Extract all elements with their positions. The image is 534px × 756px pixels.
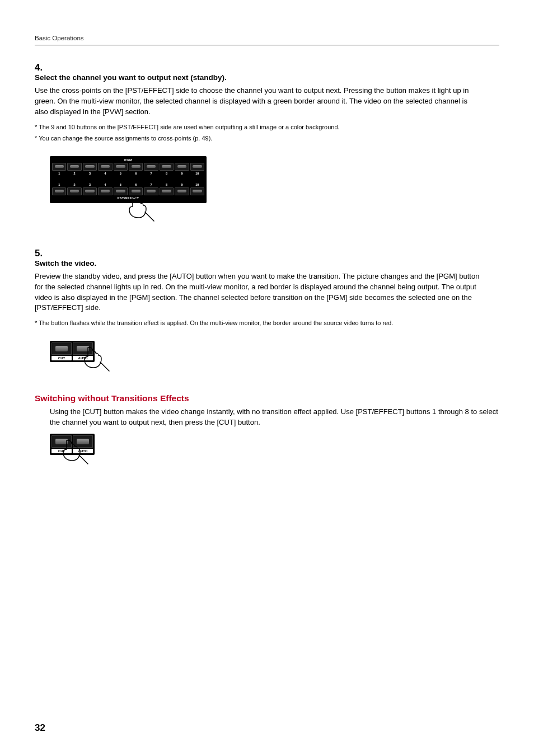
cut-auto-illustration-auto: CUT AUTO <box>50 341 499 380</box>
hand-pointer-icon <box>78 343 111 377</box>
pst-number-row: 12345678910 <box>52 183 204 186</box>
step-5-title: Switch the video. <box>35 259 483 267</box>
header-rule <box>35 45 499 45</box>
hand-pointer-icon <box>123 193 156 227</box>
pgm-number-row: 12345678910 <box>52 172 204 175</box>
step-4-title: Select the channel you want to output ne… <box>35 73 483 82</box>
step-5: 5. Switch the video. Preview the standby… <box>35 248 499 330</box>
step-4-note-1: The 9 and 10 buttons on the [PST/EFFECT]… <box>35 122 483 133</box>
pgm-button-row <box>52 163 204 171</box>
step-4-body: Use the cross-points on the [PST/EFFECT]… <box>35 86 483 118</box>
step-number-5: 5. <box>35 248 49 259</box>
hand-pointer-icon <box>57 436 90 469</box>
step-number-4: 4. <box>35 62 49 73</box>
svg-line-0 <box>145 212 154 221</box>
cut-auto-illustration-cut: CUT AUTO <box>50 434 499 473</box>
step-5-body: Preview the standby video, and press the… <box>35 271 483 313</box>
svg-line-2 <box>79 455 88 464</box>
page-number: 32 <box>35 722 45 734</box>
svg-line-1 <box>100 362 109 371</box>
pgm-label: PGM <box>52 158 204 162</box>
header-section: Basic Operations <box>35 35 499 41</box>
step-5-note-1: The button flashes while the transition … <box>35 318 483 328</box>
cut-button-graphic: CUT <box>51 342 72 360</box>
crosspoint-illustration: PGM 12345678910 12345678910 PST/EFFECT <box>50 156 499 237</box>
subsection-body: Using the [CUT] button makes the video c… <box>50 407 499 428</box>
subsection-heading: Switching without Transitions Effects <box>35 393 499 403</box>
step-4: 4. Select the channel you want to output… <box>35 62 499 145</box>
step-4-note-2: You can change the source assignments to… <box>35 133 483 144</box>
